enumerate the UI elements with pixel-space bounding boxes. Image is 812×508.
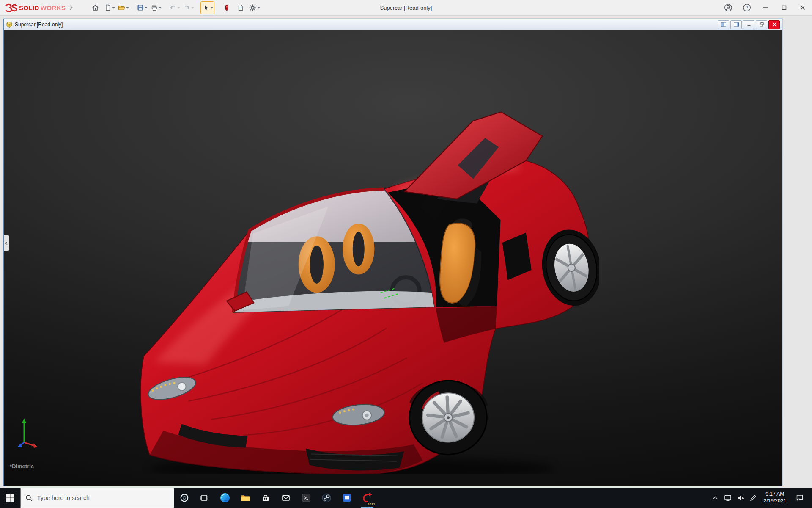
pane-left-icon[interactable]: [718, 20, 729, 29]
dropdown-arrow-icon[interactable]: [112, 7, 115, 9]
cortana-icon[interactable]: [174, 488, 195, 508]
file-explorer-icon[interactable]: [235, 488, 255, 508]
titlebar-controls: ?: [719, 0, 812, 15]
dropdown-arrow-icon[interactable]: [159, 7, 162, 9]
brand-solid: SOLID: [19, 4, 39, 11]
taskbar-search[interactable]: [20, 488, 174, 508]
maximize-button[interactable]: [775, 0, 793, 15]
app-titlebar: SOLIDWORKS: [0, 0, 812, 16]
edge-browser-icon[interactable]: [215, 488, 235, 508]
orientation-triad-icon: [16, 416, 43, 449]
redo-icon[interactable]: [182, 2, 195, 14]
solidworks-version-badge: 2021: [368, 502, 375, 506]
document-titlebar[interactable]: Supercar [Read-only]: [4, 19, 782, 30]
document-window-controls: [718, 20, 780, 29]
car-3d-model: [132, 110, 599, 474]
home-icon[interactable]: [89, 2, 102, 14]
search-icon: [25, 494, 33, 502]
document-type-icon: [6, 21, 13, 28]
new-document-icon[interactable]: [103, 2, 116, 14]
mail-icon[interactable]: [276, 488, 296, 508]
dropdown-arrow-icon[interactable]: [145, 7, 148, 9]
solidworks-logo: SOLIDWORKS: [5, 3, 73, 12]
app-window-title: Supercar [Read-only]: [380, 5, 432, 11]
hidden-icons-chevron-icon[interactable]: [709, 488, 721, 508]
document-window: Supercar [Read-only]: [3, 19, 782, 486]
save-icon[interactable]: [135, 2, 148, 14]
clock-time: 9:17 AM: [764, 491, 786, 498]
file-properties-icon[interactable]: [234, 2, 247, 14]
open-icon[interactable]: [117, 2, 130, 14]
close-button[interactable]: [793, 0, 812, 15]
doc-close-button[interactable]: [768, 20, 780, 29]
pen-icon[interactable]: [747, 488, 760, 508]
search-input[interactable]: [36, 494, 169, 502]
print-icon[interactable]: [149, 2, 162, 14]
screen: SOLIDWORKS: [0, 0, 812, 508]
3ds-logo-icon: [5, 3, 18, 12]
help-icon[interactable]: ?: [738, 0, 756, 15]
dropdown-arrow-icon[interactable]: [177, 7, 180, 9]
taskbar-clock[interactable]: 9:17 AM 2/19/2021: [760, 491, 790, 504]
dark-app-icon[interactable]: [296, 488, 316, 508]
dropdown-arrow-icon[interactable]: [191, 7, 194, 9]
account-icon[interactable]: [719, 0, 738, 15]
action-center-icon[interactable]: [790, 488, 809, 508]
task-view-icon[interactable]: [195, 488, 215, 508]
microsoft-store-icon[interactable]: [255, 488, 276, 508]
dropdown-arrow-icon[interactable]: [126, 7, 129, 9]
clock-date: 2/19/2021: [764, 498, 786, 505]
pane-right-icon[interactable]: [730, 20, 742, 29]
view-orientation-label: *Dimetric: [10, 463, 34, 469]
options-gear-icon[interactable]: [248, 2, 261, 14]
undo-icon[interactable]: [168, 2, 181, 14]
steam-icon[interactable]: [316, 488, 337, 508]
start-button[interactable]: [0, 488, 20, 508]
select-cursor-icon[interactable]: [200, 1, 214, 14]
svg-text:?: ?: [746, 5, 748, 10]
chevron-left-icon: [5, 241, 8, 245]
dropdown-arrow-icon[interactable]: [257, 7, 260, 9]
doc-restore-button[interactable]: [756, 20, 767, 29]
document-title: Supercar [Read-only]: [15, 22, 63, 28]
solidworks-2021-icon[interactable]: 2021: [357, 488, 377, 508]
quick-access-toolbar: [89, 1, 261, 14]
system-tray: 9:17 AM 2/19/2021: [709, 488, 812, 508]
taskbar: 2021 9:17 AM 2/19/2021: [0, 488, 812, 508]
brand-expand-icon[interactable]: [69, 5, 73, 10]
blue-app-icon[interactable]: [337, 488, 357, 508]
minimize-button[interactable]: [756, 0, 775, 15]
feature-pane-collapse-tab[interactable]: [4, 235, 9, 251]
rebuild-icon[interactable]: [220, 2, 233, 14]
doc-minimize-button[interactable]: [743, 20, 754, 29]
brand-works: WORKS: [41, 4, 66, 11]
dropdown-arrow-icon[interactable]: [210, 7, 213, 9]
volume-muted-icon[interactable]: [734, 488, 747, 508]
network-icon[interactable]: [721, 488, 734, 508]
3d-viewport[interactable]: *Dimetric: [4, 30, 782, 486]
